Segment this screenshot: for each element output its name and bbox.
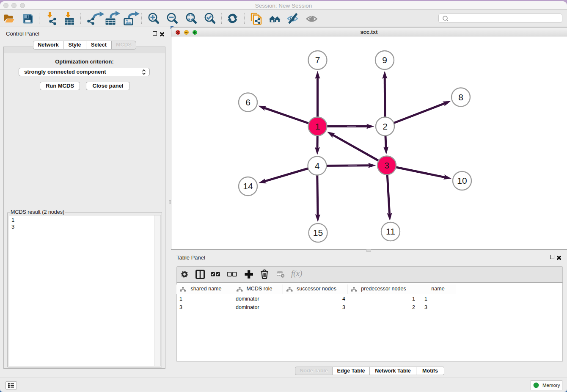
- svg-text:6: 6: [245, 97, 250, 107]
- svg-text:14: 14: [243, 181, 253, 191]
- svg-text:7: 7: [315, 55, 320, 65]
- svg-text:15: 15: [313, 228, 323, 237]
- svg-text:3: 3: [384, 160, 389, 170]
- svg-text:9: 9: [382, 55, 387, 65]
- svg-text:10: 10: [457, 176, 467, 185]
- svg-text:8: 8: [458, 92, 463, 102]
- svg-text:4: 4: [315, 161, 320, 171]
- svg-text:11: 11: [386, 226, 395, 236]
- svg-text:1: 1: [315, 121, 320, 131]
- svg-text:2: 2: [383, 121, 388, 131]
